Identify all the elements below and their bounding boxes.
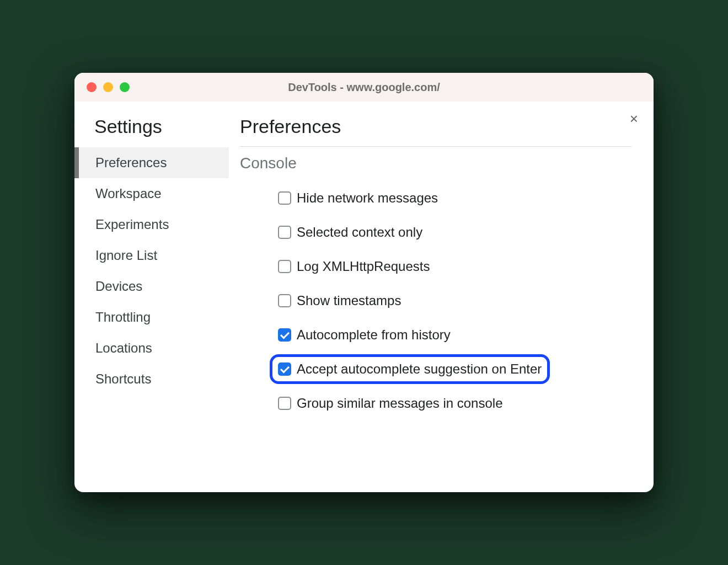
close-settings-button[interactable]: × xyxy=(630,111,638,126)
sidebar-items: PreferencesWorkspaceExperimentsIgnore Li… xyxy=(74,147,229,395)
sidebar-item-label: Shortcuts xyxy=(95,371,151,386)
option-label: Selected context only xyxy=(297,225,422,240)
checkbox[interactable] xyxy=(278,294,291,307)
option-accept-autocomplete-suggestion-on-enter[interactable]: Accept autocomplete suggestion on Enter xyxy=(270,354,550,384)
sidebar-item-throttling[interactable]: Throttling xyxy=(74,302,229,333)
option-label: Log XMLHttpRequests xyxy=(297,259,430,274)
sidebar-item-preferences[interactable]: Preferences xyxy=(74,147,229,178)
option-selected-context-only[interactable]: Selected context only xyxy=(270,217,431,247)
sidebar: Settings PreferencesWorkspaceExperiments… xyxy=(74,102,229,492)
sidebar-item-label: Throttling xyxy=(95,310,151,324)
option-label: Hide network messages xyxy=(297,190,438,206)
sidebar-item-label: Preferences xyxy=(95,155,167,170)
option-autocomplete-from-history[interactable]: Autocomplete from history xyxy=(270,320,459,350)
sidebar-item-label: Locations xyxy=(95,340,152,355)
option-label: Show timestamps xyxy=(297,293,401,308)
sidebar-item-label: Experiments xyxy=(95,217,169,232)
checkbox[interactable] xyxy=(278,328,291,342)
window-minimize-button[interactable] xyxy=(103,82,113,92)
checkbox[interactable] xyxy=(278,260,291,273)
sidebar-item-shortcuts[interactable]: Shortcuts xyxy=(74,364,229,395)
window-title: DevTools - www.google.com/ xyxy=(74,81,654,94)
option-label: Accept autocomplete suggestion on Enter xyxy=(297,361,542,377)
page-title: Preferences xyxy=(240,116,631,147)
option-hide-network-messages[interactable]: Hide network messages xyxy=(270,183,446,213)
sidebar-item-label: Devices xyxy=(95,279,142,294)
sidebar-item-label: Workspace xyxy=(95,186,162,201)
checkbox[interactable] xyxy=(278,363,291,376)
titlebar: DevTools - www.google.com/ xyxy=(74,73,654,102)
section-title: Console xyxy=(240,154,631,172)
checkbox[interactable] xyxy=(278,226,291,239)
option-log-xmlhttprequests[interactable]: Log XMLHttpRequests xyxy=(270,252,438,281)
content-area: × Settings PreferencesWorkspaceExperimen… xyxy=(74,102,654,492)
sidebar-item-locations[interactable]: Locations xyxy=(74,333,229,364)
sidebar-item-ignore-list[interactable]: Ignore List xyxy=(74,240,229,271)
window-maximize-button[interactable] xyxy=(120,82,130,92)
traffic-lights xyxy=(87,82,130,92)
sidebar-item-workspace[interactable]: Workspace xyxy=(74,178,229,209)
devtools-settings-window: DevTools - www.google.com/ × Settings Pr… xyxy=(74,73,654,492)
option-group-similar-messages-in-console[interactable]: Group similar messages in console xyxy=(270,388,511,418)
option-label: Group similar messages in console xyxy=(297,396,503,411)
sidebar-item-devices[interactable]: Devices xyxy=(74,271,229,302)
checkbox[interactable] xyxy=(278,191,291,205)
sidebar-item-experiments[interactable]: Experiments xyxy=(74,209,229,240)
option-show-timestamps[interactable]: Show timestamps xyxy=(270,286,409,316)
main-panel: Preferences Console Hide network message… xyxy=(229,102,654,492)
checkbox[interactable] xyxy=(278,397,291,410)
sidebar-title: Settings xyxy=(74,116,229,147)
sidebar-item-label: Ignore List xyxy=(95,248,157,263)
window-close-button[interactable] xyxy=(87,82,97,92)
option-label: Autocomplete from history xyxy=(297,327,451,343)
options-list: Hide network messagesSelected context on… xyxy=(240,183,631,418)
